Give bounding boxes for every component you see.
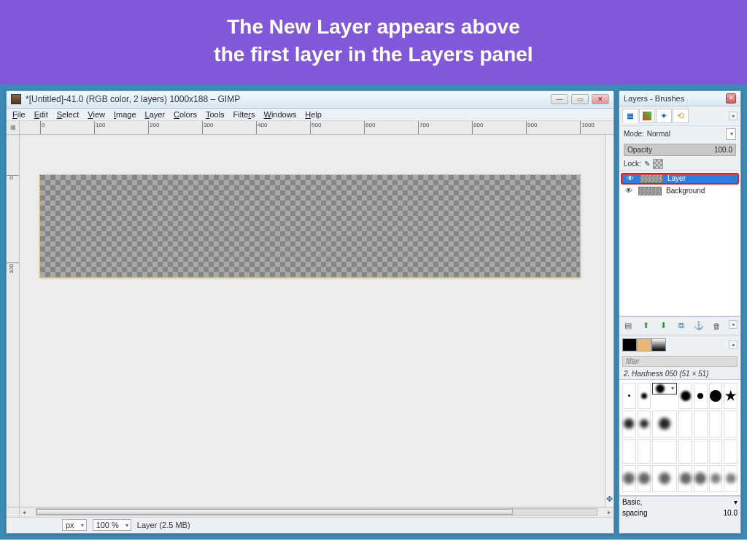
menu-layer[interactable]: Layer [145,110,166,119]
mode-dropdown[interactable] [726,128,736,140]
menu-help[interactable]: Help [305,110,322,119]
brush-cell[interactable] [724,439,738,464]
anchor-layer-button[interactable]: ⚓ [693,320,705,332]
menu-file[interactable]: File [12,110,26,119]
swatch-gradient[interactable] [651,338,666,351]
layer-more-button[interactable]: ◂ [729,320,738,329]
brush-cell[interactable] [638,411,651,438]
panel-tabs: ≣ ✦ ⟲ ◂ [619,106,740,126]
brush-filter-input[interactable]: filter [622,356,738,367]
hscroll-row: ◂ ▸ [7,507,614,517]
brush-cell[interactable] [709,411,723,438]
layer-thumbnail [638,187,662,195]
status-info: Layer (2.5 MB) [137,521,190,529]
brush-cell[interactable] [638,383,651,410]
brush-cell[interactable] [638,439,651,464]
ruler-row: ▦ 01002003004005006007008009001000 [7,121,614,135]
ruler-corner: ▦ [7,121,20,134]
unit-select[interactable]: px [62,519,87,531]
lower-layer-button[interactable]: ⬇ [658,320,670,332]
menubar: File Edit Select View Image Layer Colors… [7,109,614,121]
brush-cell[interactable] [694,465,708,492]
panel-menu-button[interactable]: ◂ [729,112,738,120]
brush-cell[interactable] [678,439,692,464]
layer-name[interactable]: Layer [667,174,686,182]
panel-close-button[interactable]: ✕ [726,93,736,104]
tab-paths-icon[interactable]: ✦ [656,109,672,123]
brush-cell[interactable] [622,383,636,410]
brush-cell[interactable] [652,439,677,464]
brush-cell[interactable] [652,411,677,438]
menu-edit[interactable]: Edit [34,110,48,119]
tab-layers-icon[interactable]: ≣ [622,109,638,123]
brush-cell[interactable] [638,465,651,492]
layer-row-background[interactable]: 👁 Background [621,184,739,198]
mode-row: Mode: Normal [619,126,740,142]
vertical-ruler[interactable]: 0100 [7,135,20,507]
menu-select[interactable]: Select [57,110,80,119]
visibility-icon[interactable]: 👁 [625,174,635,182]
opacity-value: 100.0 [714,146,732,154]
panel-titlebar[interactable]: Layers - Brushes ✕ [619,91,740,106]
brush-cell[interactable] [652,465,677,492]
swatch-tan[interactable] [637,338,651,351]
layer-row-layer[interactable]: 👁 Layer [621,173,739,184]
brush-cell[interactable] [678,383,692,410]
brush-cell[interactable] [709,383,723,410]
brush-cell[interactable] [694,383,708,410]
layer-name[interactable]: Background [666,187,705,195]
menu-tools[interactable]: Tools [206,110,225,119]
swatch-black[interactable] [622,338,637,351]
brush-cell[interactable] [622,465,636,492]
brush-cell[interactable] [652,383,677,394]
maximize-button[interactable]: ▭ [571,94,589,104]
horizontal-scrollbar[interactable] [36,508,597,516]
navigation-icon[interactable]: ✥ [606,494,613,504]
brush-cell[interactable] [678,411,692,438]
brush-cell[interactable] [694,411,708,438]
delete-layer-button[interactable]: 🗑 [711,320,723,332]
horizontal-ruler[interactable]: 01002003004005006007008009001000 [20,121,614,134]
banner-line1: The New Layer appears above [0,13,747,41]
lock-alpha-toggle[interactable] [653,159,663,169]
tab-undo-icon[interactable]: ⟲ [673,109,689,123]
raise-layer-button[interactable]: ⬆ [640,320,651,332]
close-button[interactable]: ✕ [592,94,609,104]
brush-spacing-row[interactable]: spacing 10.0 [619,508,740,518]
brush-cell[interactable] [622,439,636,464]
brush-cell[interactable] [709,465,723,492]
swatch-menu-button[interactable]: ◂ [729,341,738,349]
menu-colors[interactable]: Colors [174,110,197,119]
minimize-button[interactable]: — [551,94,568,104]
titlebar[interactable]: *[Untitled]-41.0 (RGB color, 2 layers) 1… [7,91,614,109]
canvas-region[interactable] [20,135,605,507]
brush-category-row[interactable]: Basic, ▾ [619,496,740,508]
scrollbar-thumb[interactable] [36,509,513,515]
opacity-slider[interactable]: Opacity 100.0 [624,144,736,156]
menu-image[interactable]: Image [114,110,136,119]
brush-cell[interactable] [622,411,636,438]
menu-filters[interactable]: Filters [233,110,255,119]
brush-cell[interactable] [724,411,738,438]
lock-row: Lock: ✎ [619,158,740,171]
brush-cell[interactable] [724,465,738,492]
brush-cell[interactable] [678,465,692,492]
layer-action-bar: ▤ ⬆ ⬇ ⧉ ⚓ 🗑 ◂ [619,316,740,335]
menu-windows[interactable]: Windows [264,110,297,119]
brush-cell[interactable] [724,383,738,410]
canvas[interactable] [40,175,580,277]
spacing-label: spacing [622,509,647,517]
duplicate-layer-button[interactable]: ⧉ [676,320,687,332]
tab-channels-icon[interactable] [639,109,655,123]
brush-cell[interactable] [694,439,708,464]
visibility-icon[interactable]: 👁 [624,187,634,195]
right-scroll-area[interactable]: ✥ [605,135,614,507]
brush-cell[interactable] [709,439,723,464]
new-layer-button[interactable]: ▤ [622,320,634,332]
menu-view[interactable]: View [88,110,105,119]
workarea: 0100 ✥ [7,135,614,507]
brush-grid[interactable] [619,379,740,496]
zoom-select[interactable]: 100 % [93,519,131,531]
gimp-logo-icon [11,94,21,104]
brush-category-label: Basic, [622,498,642,506]
